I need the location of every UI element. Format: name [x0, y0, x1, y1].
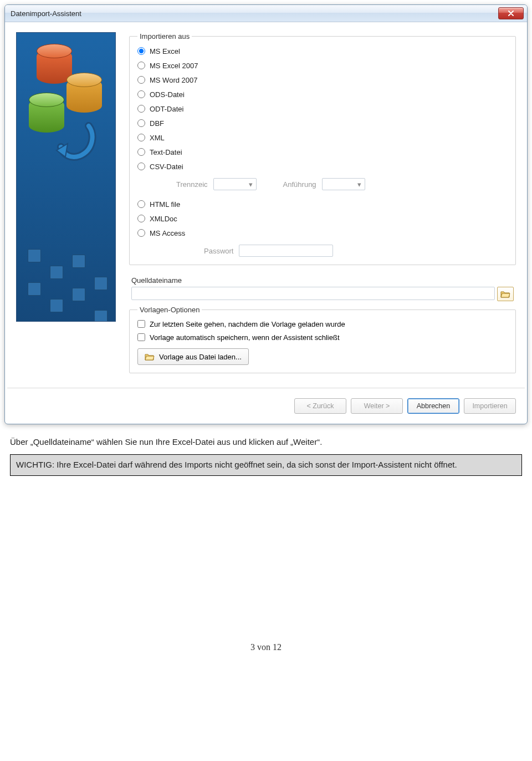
radio-ods[interactable]: ODS-Datei	[137, 87, 508, 102]
separator	[7, 388, 525, 388]
dialog-window: Datenimport-Assistent Importieren aus	[4, 4, 528, 424]
radio-label: HTML file	[150, 200, 180, 209]
radio-ms-excel[interactable]: MS Excel	[137, 44, 508, 58]
check-autosave-template[interactable]: Vorlage automatisch speichern, wenn der …	[137, 331, 508, 344]
password-label: Passwort	[204, 247, 233, 255]
checkbox-input[interactable]	[137, 320, 145, 328]
radio-label: ODS-Datei	[150, 90, 185, 99]
folder-open-icon	[145, 353, 155, 361]
quote-combo[interactable]: ▾	[322, 178, 365, 190]
radio-text[interactable]: Text-Datei	[137, 145, 508, 159]
radio-label: MS Word 2007	[150, 76, 197, 84]
radio-csv[interactable]: CSV-Datei	[137, 159, 508, 174]
close-button[interactable]	[498, 7, 524, 19]
radio-xmldoc[interactable]: XMLDoc	[137, 211, 508, 226]
close-icon	[508, 11, 514, 16]
next-button[interactable]: Weiter >	[351, 398, 403, 414]
radio-input[interactable]	[137, 119, 145, 127]
load-template-label: Vorlage aus Datei laden...	[159, 353, 242, 361]
radio-label: MS Excel 2007	[150, 62, 198, 70]
radio-ms-excel-2007[interactable]: MS Excel 2007	[137, 58, 508, 73]
templates-group: Vorlagen-Optionen Zur letzten Seite gehe…	[129, 306, 516, 373]
radio-label: MS Excel	[150, 47, 180, 55]
radio-ms-word-2007[interactable]: MS Word 2007	[137, 73, 508, 87]
radio-label: XMLDoc	[150, 215, 177, 223]
radio-odt[interactable]: ODT-Datei	[137, 102, 508, 116]
checkbox-label: Vorlage automatisch speichern, wenn der …	[150, 333, 340, 342]
radio-label: Text-Datei	[150, 148, 182, 156]
radio-html[interactable]: HTML file	[137, 197, 508, 211]
wizard-footer: < Zurück Weiter > Abbrechen Importieren	[5, 394, 527, 424]
radio-label: ODT-Datei	[150, 105, 183, 113]
radio-dbf[interactable]: DBF	[137, 116, 508, 130]
radio-input[interactable]	[137, 200, 145, 208]
window-title: Datenimport-Assistent	[11, 9, 81, 18]
page-number: 3 von 12	[0, 642, 532, 659]
import-button[interactable]: Importieren	[464, 398, 516, 414]
back-button[interactable]: < Zurück	[294, 398, 346, 414]
source-file-label: Quelldateiname	[129, 276, 516, 285]
radio-input[interactable]	[137, 76, 145, 84]
radio-label: CSV-Datei	[150, 163, 183, 171]
source-file-field[interactable]	[131, 287, 495, 300]
radio-label: DBF	[150, 119, 164, 128]
wizard-illustration	[16, 32, 116, 322]
doc-note-2: WICHTIG: Ihre Excel-Datei darf während d…	[10, 454, 522, 475]
cancel-button[interactable]: Abbrechen	[407, 398, 459, 414]
radio-access[interactable]: MS Access	[137, 226, 508, 240]
doc-note-1: Über „Quelldateiname“ wählen Sie nun Ihr…	[10, 437, 522, 448]
arrow-swirl-icon	[55, 121, 100, 166]
folder-open-icon	[500, 290, 510, 298]
check-goto-last-page[interactable]: Zur letzten Seite gehen, nachdem die Vor…	[137, 317, 508, 331]
radio-input[interactable]	[137, 105, 145, 113]
radio-input[interactable]	[137, 62, 145, 69]
chevron-down-icon: ▾	[249, 180, 253, 189]
templates-legend: Vorlagen-Optionen	[137, 306, 202, 314]
radio-input[interactable]	[137, 134, 145, 141]
browse-button[interactable]	[497, 287, 514, 301]
radio-xml[interactable]: XML	[137, 130, 508, 145]
radio-input[interactable]	[137, 215, 145, 222]
radio-input[interactable]	[137, 148, 145, 156]
checkbox-input[interactable]	[137, 333, 145, 341]
import-from-group: Importieren aus MS Excel MS Excel 2007 M…	[129, 32, 516, 265]
radio-input[interactable]	[137, 163, 145, 170]
radio-input[interactable]	[137, 229, 145, 237]
import-from-legend: Importieren aus	[137, 32, 192, 40]
radio-input[interactable]	[137, 47, 145, 55]
radio-label: MS Access	[150, 229, 185, 237]
radio-label: XML	[150, 134, 165, 142]
radio-input[interactable]	[137, 90, 145, 98]
quote-label: Anführung	[283, 180, 316, 189]
password-field[interactable]	[239, 245, 333, 257]
load-template-button[interactable]: Vorlage aus Datei laden...	[137, 348, 249, 365]
chevron-down-icon: ▾	[357, 180, 361, 189]
checkbox-label: Zur letzten Seite gehen, nachdem die Vor…	[150, 320, 345, 328]
separator-label: Trennzeic	[176, 180, 208, 189]
titlebar: Datenimport-Assistent	[5, 5, 527, 22]
separator-combo[interactable]: ▾	[213, 178, 257, 190]
